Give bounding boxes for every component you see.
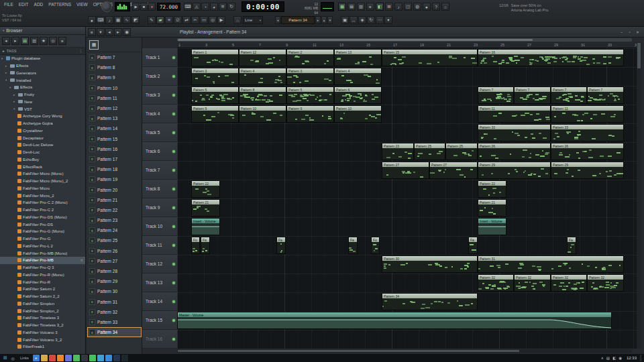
browser-plugin-item[interactable]: FabFilter Pro-G bbox=[0, 235, 85, 243]
track-header[interactable]: Track 8 bbox=[142, 180, 177, 198]
pattern-down-button[interactable]: ▾ bbox=[327, 16, 333, 24]
browser-plugin-item[interactable]: FabFilter Pro-G (Mono) bbox=[0, 228, 85, 235]
picker-pattern-item[interactable]: ≡Pattern 16 bbox=[87, 144, 142, 154]
snap-magnet-icon[interactable]: ∩ bbox=[233, 16, 241, 24]
picker-pattern-item[interactable]: ≡Pattern 30 bbox=[87, 286, 142, 296]
menu-patterns[interactable]: PATTERNS bbox=[46, 1, 73, 7]
pattern-clip[interactable]: Pattern 25 bbox=[414, 143, 445, 160]
track-header[interactable]: Track 7 bbox=[142, 161, 177, 180]
play-button[interactable]: ▶ bbox=[132, 3, 140, 11]
mute-tool-icon[interactable]: ∅ bbox=[174, 16, 182, 24]
track-enable-led[interactable] bbox=[172, 113, 175, 115]
picker-pattern-item[interactable]: ≡Pattern 26 bbox=[87, 246, 142, 256]
browser-panel-icon[interactable]: ◧ bbox=[376, 3, 384, 11]
delete-tool-icon[interactable]: ✕ bbox=[165, 16, 173, 24]
snap-selector[interactable]: Line▾ bbox=[243, 16, 263, 24]
pattern-clip[interactable]: Fa bbox=[276, 237, 286, 254]
browser-folder-item[interactable]: ▾Installed bbox=[0, 76, 85, 84]
pattern-clip[interactable]: Fa bbox=[201, 237, 210, 254]
tags-menu-icon[interactable]: ⋮ bbox=[79, 49, 83, 53]
piano-roll-icon[interactable]: ▤ bbox=[347, 3, 356, 11]
browser-plugin-item[interactable]: FabFilter Micro (Mono)_2 bbox=[0, 178, 85, 185]
track-header[interactable]: Track 10 bbox=[142, 217, 177, 236]
taskbar-search-icon[interactable]: ◎ bbox=[9, 355, 16, 361]
pattern-clip[interactable]: Pattern 7 bbox=[478, 86, 514, 104]
select-tool-icon[interactable]: ▭ bbox=[200, 16, 208, 24]
time-display[interactable]: 0:00:00 bbox=[241, 1, 284, 12]
track-enable-led[interactable] bbox=[172, 56, 175, 59]
browser-plugin-item[interactable]: FabFilter Micro bbox=[0, 185, 85, 192]
view-settings-icon[interactable]: ⋯ bbox=[376, 16, 384, 24]
browser-plugin-item[interactable]: FabFilter Pro-DS bbox=[0, 221, 85, 228]
taskbar-app-edge[interactable]: e bbox=[33, 355, 40, 361]
plugin-picker-icon[interactable]: ⊞ bbox=[385, 3, 393, 11]
step-edit-icon[interactable]: ▦ bbox=[114, 16, 122, 24]
horizontal-scrollbar[interactable] bbox=[177, 349, 632, 353]
pattern-clip[interactable]: Pattern 32 bbox=[551, 274, 587, 292]
browser-plugin-item[interactable]: FabFilter Pro-MB☆ bbox=[0, 257, 85, 264]
pattern-clip[interactable]: Pattern 2 bbox=[286, 49, 334, 66]
track-header[interactable]: Track 13 bbox=[142, 274, 177, 292]
picker-view-button[interactable]: ▦ bbox=[89, 40, 99, 50]
picker-pattern-item[interactable]: ≡Pattern 31 bbox=[87, 297, 142, 307]
browser-plugin-item[interactable]: FabFilter Pro-C 2 bbox=[0, 206, 85, 214]
pattern-clip[interactable]: Pattern 12 bbox=[239, 49, 286, 66]
multilink-icon[interactable]: ∿ bbox=[123, 16, 131, 24]
browser-plugin-item[interactable]: Devil-Loc bbox=[0, 149, 85, 156]
browser-folder-item[interactable]: ▾Effects bbox=[0, 84, 85, 91]
taskbar-app-telegram[interactable] bbox=[97, 355, 104, 361]
pattern-clip[interactable]: Fo bbox=[371, 237, 380, 254]
browser-plugin-item[interactable]: FabFilter Timeless 3 bbox=[0, 314, 85, 322]
menu-add[interactable]: ADD bbox=[32, 1, 46, 7]
pattern-clip[interactable]: Fo bbox=[191, 237, 200, 254]
browser-plugin-item[interactable]: FabFilter Timeless 3_2 bbox=[0, 322, 85, 329]
taskbar-app-whatsapp[interactable] bbox=[73, 355, 80, 361]
tempo-tap-icon[interactable]: ♪ bbox=[394, 3, 402, 11]
pattern-clip[interactable]: Pattern 34 bbox=[382, 293, 478, 310]
zoom-tool-icon[interactable]: ◎ bbox=[209, 16, 217, 24]
pattern-clip[interactable]: Pattern 4 bbox=[334, 68, 382, 85]
track-enable-led[interactable] bbox=[172, 263, 175, 265]
pattern-clip[interactable]: Pattern 9 bbox=[191, 105, 239, 123]
track-enable-led[interactable] bbox=[172, 131, 175, 134]
browser-plugin-item[interactable]: Archetype Cory Wong bbox=[0, 113, 85, 120]
vertical-scrollbar[interactable] bbox=[637, 42, 641, 349]
picker-pattern-item[interactable]: ≡Pattern 10 bbox=[87, 83, 142, 93]
pattern-clip[interactable]: Pattern 6 bbox=[334, 86, 382, 104]
slice-tool-icon[interactable]: ✂ bbox=[191, 16, 199, 24]
pattern-clip[interactable]: Pattern 11 bbox=[551, 105, 624, 123]
track-header[interactable]: Track 12 bbox=[142, 255, 177, 274]
promo-banner[interactable]: 12/06 Save over 50% on Arturia Analog La… bbox=[499, 3, 549, 13]
pin-icon[interactable]: ◉ bbox=[123, 28, 131, 36]
pattern-clip[interactable]: Pattern 7 bbox=[551, 86, 587, 104]
maximize-button[interactable]: ▫ bbox=[626, 28, 633, 36]
browser-plugin-item[interactable]: Crystallizer bbox=[0, 127, 85, 135]
browser-plugin-item[interactable]: EffectRack bbox=[0, 163, 85, 170]
pattern-clip[interactable]: Pattern 1 bbox=[191, 49, 239, 66]
arrange-windows-icon[interactable]: ▣ bbox=[341, 16, 349, 24]
pattern-clip[interactable]: Fa bbox=[567, 237, 576, 254]
countdown-icon[interactable]: ◕ bbox=[210, 3, 218, 11]
pattern-clip[interactable]: Pattern 13 bbox=[334, 49, 382, 66]
pattern-clip[interactable]: Pattern 30 bbox=[382, 255, 478, 273]
tray-volume-icon[interactable]: ◉ bbox=[619, 356, 622, 360]
track-enable-led[interactable] bbox=[172, 206, 175, 209]
taskbar-app-vscode[interactable] bbox=[105, 355, 112, 361]
pattern-clip[interactable]: Pattern 31 bbox=[478, 255, 624, 273]
blend-notes-icon[interactable]: ≋ bbox=[219, 3, 227, 11]
browser-plugin-item[interactable]: FabFilter Volcano 3 bbox=[0, 329, 85, 337]
links-toolbar-label[interactable]: Links bbox=[20, 356, 29, 360]
tempo-display[interactable]: 72.000 bbox=[157, 3, 180, 11]
track-header[interactable]: Track 15 bbox=[142, 311, 177, 330]
picker-pattern-item[interactable]: ≡Pattern 27 bbox=[87, 256, 142, 266]
wait-for-input-icon[interactable]: ◔ bbox=[201, 3, 209, 11]
prev-arrangement-icon[interactable]: ◂ bbox=[105, 28, 113, 36]
picker-pattern-item[interactable]: ≡Pattern 17 bbox=[87, 154, 142, 164]
browser-plugin-item[interactable]: FabFilter Pro-MB (Mono) bbox=[0, 249, 85, 257]
taskbar-app-chrome[interactable] bbox=[49, 355, 56, 361]
detach-icon[interactable]: ▾ bbox=[97, 28, 105, 36]
playback-tool-icon[interactable]: ▶ bbox=[217, 16, 225, 24]
taskbar-app-terminal[interactable] bbox=[121, 355, 128, 361]
track-header[interactable]: Track 3 bbox=[142, 86, 177, 105]
pattern-clip[interactable]: Pattern 15 bbox=[382, 49, 478, 66]
